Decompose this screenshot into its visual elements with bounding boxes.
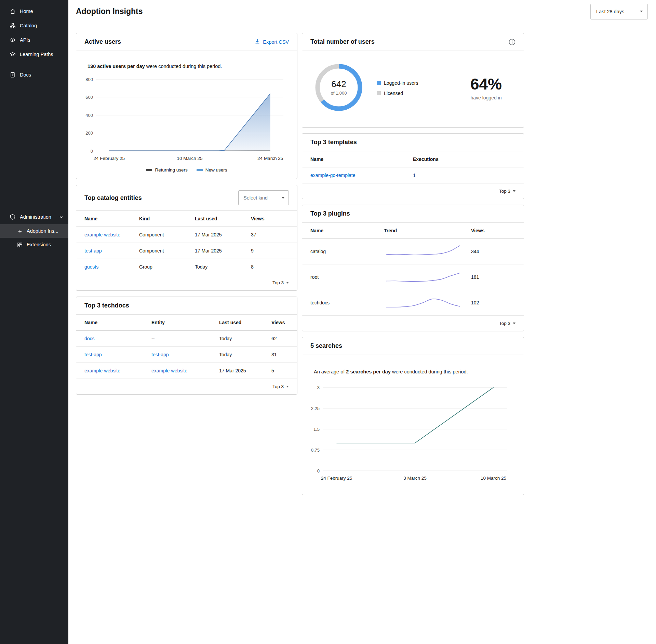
- docs-icon: [10, 72, 16, 78]
- sidebar-item-adoption-insights[interactable]: Adoption Ins...: [0, 224, 68, 238]
- top-plugins-card: Top 3 plugins Name Trend Views catalog 3…: [302, 205, 524, 331]
- active-users-chart: 020040060080024 February 2510 March 2524…: [81, 75, 293, 165]
- svg-text:200: 200: [85, 131, 93, 136]
- catalog-icon: [10, 23, 16, 29]
- top3-pagination[interactable]: Top 3: [499, 189, 516, 194]
- techdocs-trend-sparkline: [384, 295, 471, 311]
- top3-pagination[interactable]: Top 3: [499, 321, 516, 326]
- dashboard-content: Active users Export CSV 130 active users…: [68, 23, 656, 516]
- entity-link[interactable]: test-app: [84, 248, 139, 254]
- entity-link[interactable]: example-website: [151, 368, 219, 373]
- svg-text:24 February 25: 24 February 25: [94, 156, 125, 161]
- logged-in-marker: [377, 81, 381, 85]
- sidebar-item-administration[interactable]: Administration: [0, 210, 68, 224]
- logged-in-percent-block: 64% have logged in: [470, 76, 504, 100]
- svg-text:of 1,000: of 1,000: [331, 91, 347, 96]
- sidebar-item-home[interactable]: Home: [0, 4, 68, 18]
- app-root: Home Catalog APIs Learning Paths Docs: [0, 0, 656, 644]
- table-row: example-go-template 1: [302, 167, 524, 183]
- sidebar-item-learning-paths[interactable]: Learning Paths: [0, 47, 68, 61]
- card-title: Top 3 plugins: [310, 210, 350, 217]
- root-trend-sparkline: [384, 269, 471, 285]
- table-header: Name Executions: [302, 151, 524, 167]
- sidebar-item-docs[interactable]: Docs: [0, 68, 68, 82]
- techdoc-link[interactable]: docs: [84, 336, 151, 341]
- sidebar-item-label: Extensions: [27, 242, 51, 247]
- top3-pagination[interactable]: Top 3: [272, 384, 289, 389]
- total-users-card: Total number of users 642of 1,000 Logged…: [302, 33, 524, 128]
- sidebar-admin-section: Administration Adoption Ins... Extension…: [0, 210, 68, 251]
- date-range-select[interactable]: Last 28 days: [590, 4, 648, 19]
- catalog-trend-sparkline: [384, 244, 471, 259]
- chevron-down-icon: [513, 323, 516, 324]
- top-templates-card: Top 3 templates Name Executions example-…: [302, 133, 524, 199]
- apis-icon: [10, 37, 16, 43]
- svg-text:642: 642: [331, 79, 346, 89]
- total-users-donut-chart: 642of 1,000: [313, 62, 364, 114]
- top-catalog-entities-card: Top catalog entities Select kind Name Ki…: [76, 185, 297, 291]
- insights-icon: [17, 228, 23, 234]
- export-csv-label: Export CSV: [263, 39, 289, 45]
- table-row: test-app Component 17 Mar 2025 9: [76, 243, 297, 259]
- entity-link[interactable]: test-app: [151, 352, 219, 357]
- new-users-marker: [197, 169, 203, 171]
- table-row: guests Group Today 8: [76, 259, 297, 275]
- sidebar-item-label: Adoption Ins...: [27, 228, 58, 234]
- download-icon: [255, 39, 260, 45]
- svg-text:1.5: 1.5: [313, 427, 320, 432]
- svg-text:800: 800: [85, 77, 93, 82]
- kind-select[interactable]: Select kind: [238, 190, 289, 205]
- card-title: Top catalog entities: [84, 194, 142, 202]
- table-row: docs -- Today 62: [76, 331, 297, 347]
- sidebar: Home Catalog APIs Learning Paths Docs: [0, 0, 68, 644]
- svg-text:10 March 25: 10 March 25: [177, 156, 202, 161]
- sidebar-item-catalog[interactable]: Catalog: [0, 18, 68, 33]
- searches-summary: An average of 2 searches per day were co…: [302, 360, 524, 374]
- techdoc-link[interactable]: test-app: [84, 352, 151, 357]
- export-csv-button[interactable]: Export CSV: [255, 39, 289, 45]
- sidebar-item-apis[interactable]: APIs: [0, 33, 68, 47]
- returning-users-marker: [146, 169, 152, 171]
- card-title: Top 3 templates: [310, 139, 357, 146]
- svg-text:10 March 25: 10 March 25: [481, 476, 506, 481]
- table-row: techdocs 102: [302, 290, 524, 316]
- svg-text:0: 0: [91, 149, 93, 154]
- svg-text:2.25: 2.25: [311, 406, 320, 411]
- sidebar-item-label: Administration: [20, 214, 51, 220]
- table-header: Name Trend Views: [302, 223, 524, 239]
- chevron-down-icon: [286, 282, 289, 284]
- table-row: test-app test-app Today 31: [76, 347, 297, 363]
- top3-pagination[interactable]: Top 3: [272, 280, 289, 285]
- sidebar-item-label: Docs: [20, 72, 31, 78]
- topbar: Adoption Insights Last 28 days: [68, 0, 656, 23]
- top-techdocs-card: Top 3 techdocs Name Entity Last used Vie…: [76, 297, 297, 395]
- sidebar-item-extensions[interactable]: Extensions: [0, 238, 68, 251]
- active-users-summary: 130 active users per day were conducted …: [76, 56, 297, 69]
- svg-text:400: 400: [85, 113, 93, 118]
- page-title: Adoption Insights: [76, 7, 143, 16]
- table-row: root 181: [302, 264, 524, 290]
- searches-chart: 00.751.52.25324 February 253 March 2510 …: [307, 383, 520, 487]
- table-row: catalog 344: [302, 239, 524, 264]
- table-header: Name Entity Last used Views: [76, 315, 297, 331]
- card-title: 5 searches: [310, 342, 342, 350]
- svg-text:3: 3: [317, 385, 320, 390]
- entity-link[interactable]: guests: [84, 264, 139, 270]
- techdoc-link[interactable]: example-website: [84, 368, 151, 373]
- card-title: Top 3 techdocs: [84, 302, 129, 309]
- active-users-card: Active users Export CSV 130 active users…: [76, 33, 297, 179]
- card-title: Total number of users: [310, 38, 375, 45]
- chevron-down-icon: [640, 11, 643, 12]
- home-icon: [10, 8, 16, 14]
- svg-text:24 March 25: 24 March 25: [257, 156, 283, 161]
- info-icon[interactable]: [509, 39, 516, 45]
- kind-select-placeholder: Select kind: [243, 195, 268, 201]
- svg-text:600: 600: [85, 95, 93, 100]
- licensed-marker: [377, 91, 381, 95]
- sidebar-item-label: APIs: [20, 37, 30, 43]
- template-link[interactable]: example-go-template: [310, 173, 413, 178]
- svg-text:24 February 25: 24 February 25: [321, 476, 352, 481]
- entity-link[interactable]: example-website: [84, 232, 139, 237]
- date-range-value: Last 28 days: [596, 9, 624, 14]
- sidebar-item-label: Home: [20, 9, 33, 14]
